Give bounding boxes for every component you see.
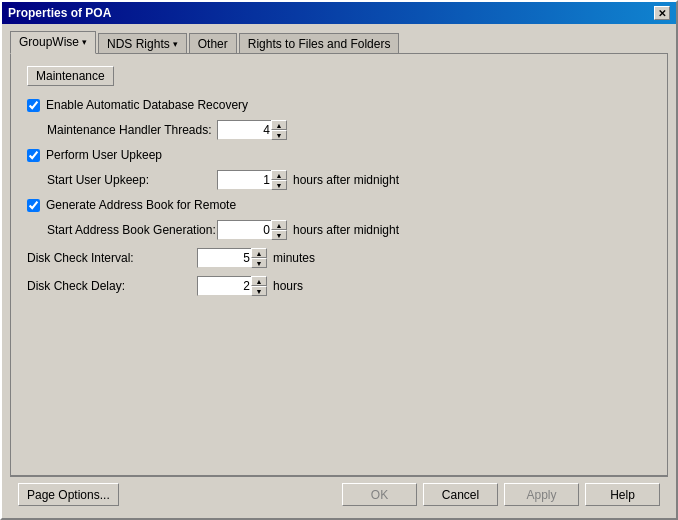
perform-user-upkeep-label: Perform User Upkeep — [46, 148, 162, 162]
footer: Page Options... OK Cancel Apply Help — [10, 476, 668, 512]
start-user-upkeep-spinner: ▲ ▼ — [217, 170, 287, 190]
disk-check-delay-spin-down[interactable]: ▼ — [251, 286, 267, 296]
start-user-upkeep-spin-buttons: ▲ ▼ — [271, 170, 287, 190]
disk-check-interval-row: Disk Check Interval: ▲ ▼ minutes — [27, 248, 651, 268]
maintenance-handler-threads-spin-down[interactable]: ▼ — [271, 130, 287, 140]
maintenance-handler-threads-label: Maintenance Handler Threads: — [47, 123, 217, 137]
properties-window: Properties of POA ✕ GroupWise ▾ NDS Righ… — [0, 0, 678, 520]
start-address-book-label: Start Address Book Generation: — [47, 223, 217, 237]
perform-user-upkeep-checkbox[interactable] — [27, 149, 40, 162]
disk-check-interval-spin-up[interactable]: ▲ — [251, 248, 267, 258]
tab-groupwise-label: GroupWise — [19, 35, 79, 49]
tab-nds-rights-dropdown-icon: ▾ — [173, 39, 178, 49]
main-panel: Maintenance Enable Automatic Database Re… — [10, 53, 668, 476]
window-title: Properties of POA — [8, 6, 111, 20]
generate-address-book-checkbox[interactable] — [27, 199, 40, 212]
disk-check-delay-suffix: hours — [273, 279, 303, 293]
disk-check-delay-spin-up[interactable]: ▲ — [251, 276, 267, 286]
perform-user-upkeep-row: Perform User Upkeep — [27, 148, 651, 162]
start-address-book-spin-buttons: ▲ ▼ — [271, 220, 287, 240]
sub-tab-maintenance[interactable]: Maintenance — [27, 66, 114, 86]
page-options-button[interactable]: Page Options... — [18, 483, 119, 506]
disk-check-delay-spinner: ▲ ▼ — [197, 276, 267, 296]
start-address-book-row: Start Address Book Generation: ▲ ▼ hours… — [47, 220, 651, 240]
ok-button[interactable]: OK — [342, 483, 417, 506]
tab-nds-rights-label: NDS Rights — [107, 37, 170, 51]
tab-nds-rights[interactable]: NDS Rights ▾ — [98, 33, 187, 54]
apply-button[interactable]: Apply — [504, 483, 579, 506]
disk-check-delay-label: Disk Check Delay: — [27, 279, 197, 293]
sub-tab-maintenance-label: Maintenance — [36, 69, 105, 83]
content-area: GroupWise ▾ NDS Rights ▾ Other Rights to… — [2, 24, 676, 518]
tab-other[interactable]: Other — [189, 33, 237, 54]
generate-address-book-row: Generate Address Book for Remote — [27, 198, 651, 212]
disk-check-delay-row: Disk Check Delay: ▲ ▼ hours — [27, 276, 651, 296]
enable-db-recovery-row: Enable Automatic Database Recovery — [27, 98, 651, 112]
help-button[interactable]: Help — [585, 483, 660, 506]
start-address-book-suffix: hours after midnight — [293, 223, 399, 237]
tab-groupwise[interactable]: GroupWise ▾ — [10, 31, 96, 54]
generate-address-book-label: Generate Address Book for Remote — [46, 198, 236, 212]
disk-check-delay-spin-buttons: ▲ ▼ — [251, 276, 267, 296]
start-address-book-spin-down[interactable]: ▼ — [271, 230, 287, 240]
start-user-upkeep-spin-down[interactable]: ▼ — [271, 180, 287, 190]
sub-tabs-row: Maintenance — [27, 66, 651, 86]
start-address-book-spin-up[interactable]: ▲ — [271, 220, 287, 230]
start-user-upkeep-label: Start User Upkeep: — [47, 173, 217, 187]
enable-db-recovery-label: Enable Automatic Database Recovery — [46, 98, 248, 112]
start-address-book-spinner: ▲ ▼ — [217, 220, 287, 240]
title-bar: Properties of POA ✕ — [2, 2, 676, 24]
maintenance-handler-threads-spinner: ▲ ▼ — [217, 120, 287, 140]
disk-check-interval-spinner: ▲ ▼ — [197, 248, 267, 268]
tab-rights-files-folders-label: Rights to Files and Folders — [248, 37, 391, 51]
start-user-upkeep-row: Start User Upkeep: ▲ ▼ hours after midni… — [47, 170, 651, 190]
disk-check-interval-suffix: minutes — [273, 251, 315, 265]
tab-rights-files-folders[interactable]: Rights to Files and Folders — [239, 33, 400, 54]
tab-other-label: Other — [198, 37, 228, 51]
tab-groupwise-dropdown-icon: ▾ — [82, 37, 87, 47]
disk-check-interval-spin-buttons: ▲ ▼ — [251, 248, 267, 268]
action-buttons: OK Cancel Apply Help — [342, 483, 660, 506]
close-button[interactable]: ✕ — [654, 6, 670, 20]
cancel-button[interactable]: Cancel — [423, 483, 498, 506]
maintenance-handler-threads-row: Maintenance Handler Threads: ▲ ▼ — [47, 120, 651, 140]
start-user-upkeep-suffix: hours after midnight — [293, 173, 399, 187]
tabs-row: GroupWise ▾ NDS Rights ▾ Other Rights to… — [10, 30, 668, 53]
enable-db-recovery-checkbox[interactable] — [27, 99, 40, 112]
disk-check-interval-spin-down[interactable]: ▼ — [251, 258, 267, 268]
start-user-upkeep-spin-up[interactable]: ▲ — [271, 170, 287, 180]
maintenance-handler-threads-spin-buttons: ▲ ▼ — [271, 120, 287, 140]
disk-check-interval-label: Disk Check Interval: — [27, 251, 197, 265]
maintenance-handler-threads-spin-up[interactable]: ▲ — [271, 120, 287, 130]
